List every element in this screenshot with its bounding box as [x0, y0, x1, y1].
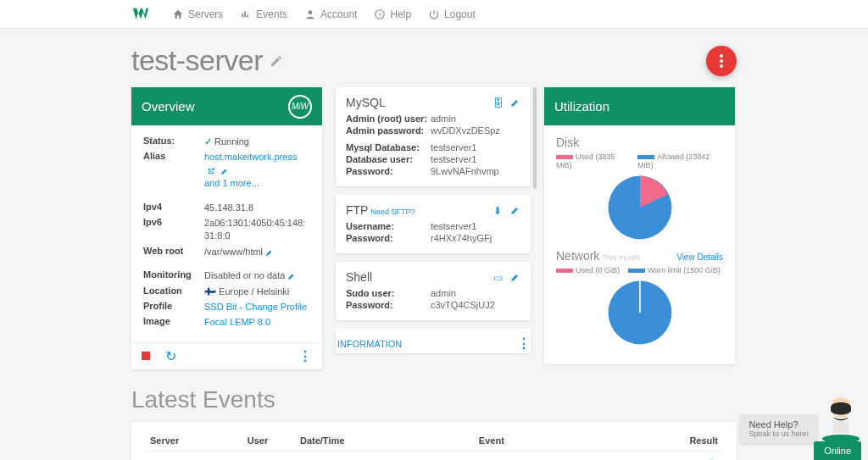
cell-server: test-server: [147, 451, 244, 460]
edit-title-icon[interactable]: [270, 54, 283, 68]
svg-point-0: [309, 10, 313, 14]
nav-account[interactable]: Account: [298, 5, 364, 24]
status-label: Status:: [143, 136, 204, 146]
network-pie-chart: [607, 280, 673, 346]
label: Database user:: [346, 154, 431, 164]
external-link-icon[interactable]: [207, 167, 215, 175]
power-icon: [428, 8, 440, 20]
page-title-text: test-server: [131, 44, 263, 77]
flag-icon: 🇫🇮: [204, 286, 216, 297]
help-widget[interactable]: Need Help? Speak to us here!: [740, 392, 861, 443]
home-icon: [172, 8, 184, 20]
label: Password:: [346, 300, 431, 310]
label: Password:: [346, 166, 431, 176]
edit-icon[interactable]: [510, 97, 520, 108]
label: Admin (root) user:: [346, 114, 431, 124]
nav-label: Events: [256, 8, 287, 20]
value: testserver1: [431, 221, 476, 231]
credentials-column: MySQL 🗄 Admin (root) user:admin Admin pa…: [336, 87, 531, 353]
events-table: Server User Date/Time Event Result test-…: [147, 430, 721, 460]
value: admin: [431, 288, 456, 298]
ipv4-value: 45.148.31.8: [204, 202, 310, 214]
edit-icon[interactable]: [220, 167, 229, 175]
table-row[interactable]: test-server You 2021-09-22 15:19:02 Word…: [147, 451, 721, 460]
mysql-title: MySQL: [346, 96, 386, 109]
disk-section-title: Disk: [556, 136, 723, 149]
label: Password:: [346, 233, 431, 243]
label: Sudo user:: [346, 288, 431, 298]
nav-label: Logout: [444, 8, 476, 20]
disk-legend: Used (3835 MiB) Allowed (23842 MiB): [556, 152, 723, 169]
overview-header: Overview MiW: [131, 87, 322, 125]
brand-badge: MiW: [288, 95, 312, 119]
edit-icon[interactable]: [510, 272, 520, 282]
location-label: Location: [143, 285, 204, 296]
nav-label: Servers: [188, 8, 223, 20]
network-legend: Used (0 GiB) Warn limit (1500 GiB): [556, 266, 723, 274]
image-link[interactable]: Focal LEMP 8.0: [204, 316, 310, 329]
ftp-card: FTP Need SFTP? ⬇ Username:testserver1 Pa…: [336, 195, 531, 253]
value: wvDDXvzDESpz: [431, 125, 500, 136]
value: c3vTQ4CSjUJ2: [431, 300, 495, 310]
nav-label: Account: [320, 8, 357, 20]
value: testserver1: [431, 154, 476, 164]
monitoring-value: Disabled or no data: [204, 269, 310, 282]
info-more-menu[interactable]: ⋮: [517, 335, 531, 352]
location-value: 🇫🇮 Europe / Helsinki: [204, 285, 310, 298]
stop-button[interactable]: [142, 352, 150, 360]
events-card: Server User Date/Time Event Result test-…: [131, 422, 737, 460]
profile-link[interactable]: SSD Bit - Change Profile: [204, 301, 310, 313]
events-heading: Latest Events: [131, 386, 737, 413]
ipv6-value: 2a06:1301:4050:45:148:31:8:0: [204, 217, 310, 243]
reload-button[interactable]: ↻: [165, 348, 176, 364]
support-avatar-icon: [821, 392, 861, 443]
scrollbar[interactable]: [533, 87, 537, 189]
value: r4HXx74hyGFj: [431, 233, 492, 243]
cell-user: You: [244, 451, 297, 460]
status-value: ✓Running: [204, 136, 310, 148]
online-status-tag[interactable]: Online: [814, 441, 861, 460]
disk-pie-chart: [607, 175, 673, 241]
mysql-card: MySQL 🗄 Admin (root) user:admin Admin pa…: [336, 87, 531, 186]
monitoring-label: Monitoring: [143, 269, 204, 280]
nav-servers[interactable]: Servers: [165, 5, 230, 24]
download-icon[interactable]: ⬇: [493, 205, 504, 215]
image-label: Image: [143, 316, 204, 326]
terminal-icon[interactable]: ▭: [493, 272, 504, 282]
information-link[interactable]: INFORMATION: [337, 339, 402, 349]
profile-label: Profile: [143, 301, 204, 311]
nav-help[interactable]: ? Help: [367, 5, 418, 24]
svg-rect-10: [832, 421, 849, 433]
value: testserver1: [431, 142, 476, 152]
edit-icon[interactable]: [287, 272, 296, 280]
overview-card: Overview MiW Status: ✓Running Alias host…: [131, 87, 322, 369]
edit-icon[interactable]: [510, 205, 520, 215]
database-icon[interactable]: 🗄: [493, 97, 504, 108]
overview-more-menu[interactable]: ⋮: [298, 348, 312, 364]
nav-events[interactable]: Events: [233, 5, 294, 24]
view-details-link[interactable]: View Details: [676, 252, 723, 262]
svg-rect-8: [639, 281, 641, 313]
label: Username:: [346, 221, 431, 231]
cell-datetime: 2021-09-22 15:19:02: [297, 451, 476, 460]
svg-point-4: [720, 59, 723, 63]
top-navbar: Servers Events Account ? Help Logout: [0, 0, 868, 29]
cell-result: ⓘ: [654, 451, 721, 460]
brand-logo[interactable]: [131, 5, 150, 24]
ftp-title: FTP: [346, 203, 368, 217]
ftp-title-wrap: FTP Need SFTP?: [346, 203, 415, 217]
utilization-card: Utilization Disk Used (3835 MiB) Allowed…: [544, 87, 735, 364]
alias-link[interactable]: host.makeitwork.press: [204, 152, 297, 162]
utilization-title: Utilization: [554, 99, 609, 114]
help-icon: ?: [374, 8, 386, 20]
shell-card: Shell ▭ Sudo user:admin Password:c3vTQ4C…: [336, 262, 531, 320]
actions-fab[interactable]: [706, 46, 737, 76]
value: admin: [431, 114, 456, 124]
sftp-link[interactable]: Need SFTP?: [371, 208, 415, 216]
edit-icon[interactable]: [265, 248, 274, 257]
nav-logout[interactable]: Logout: [421, 5, 482, 24]
help-subtitle: Speak to us here!: [748, 430, 809, 438]
information-card: INFORMATION ⋮: [336, 329, 531, 353]
svg-text:?: ?: [378, 10, 381, 18]
alias-more-link[interactable]: and 1 more...: [204, 178, 259, 188]
